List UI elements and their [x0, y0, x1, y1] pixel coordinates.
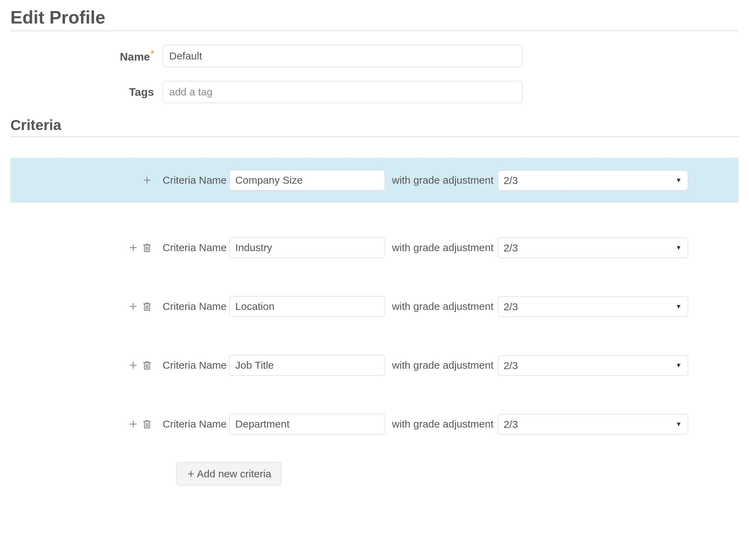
tags-row: Tags: [10, 81, 739, 103]
grade-select-wrapper: 2/3▼: [498, 414, 688, 434]
trash-icon[interactable]: [142, 419, 152, 429]
criteria-name-label: Criteria Name: [163, 418, 227, 430]
page-title: Edit Profile: [10, 7, 739, 28]
criteria-name-input[interactable]: [229, 355, 385, 376]
grade-select-wrapper: 2/3▼: [498, 170, 688, 191]
grade-adjust-label: with grade adjustment: [392, 242, 494, 254]
criteria-row-icons: [10, 242, 163, 253]
criteria-divider: [10, 136, 739, 137]
grade-select[interactable]: 2/3: [498, 355, 688, 376]
add-icon[interactable]: [128, 419, 138, 429]
grade-select[interactable]: 2/3: [498, 170, 688, 191]
required-star-icon: *: [151, 49, 154, 58]
name-label-text: Name: [120, 51, 150, 63]
add-icon[interactable]: [128, 242, 138, 253]
add-criteria-button[interactable]: Add new criteria: [176, 462, 281, 486]
grade-adjust-label: with grade adjustment: [392, 174, 494, 186]
grade-adjust-label: with grade adjustment: [392, 359, 494, 371]
grade-select-wrapper: 2/3▼: [498, 296, 688, 317]
criteria-name-input[interactable]: [229, 170, 385, 191]
criteria-row: Criteria Namewith grade adjustment2/3▼: [10, 227, 739, 268]
add-icon[interactable]: [142, 175, 152, 185]
trash-icon[interactable]: [142, 360, 152, 370]
criteria-row: Criteria Namewith grade adjustment2/3▼: [10, 403, 739, 445]
grade-select[interactable]: 2/3: [498, 238, 688, 258]
tags-label-text: Tags: [129, 86, 154, 98]
grade-adjust-label: with grade adjustment: [392, 301, 494, 312]
criteria-name-label: Criteria Name: [163, 174, 227, 186]
criteria-heading: Criteria: [10, 117, 739, 134]
grade-adjust-label: with grade adjustment: [392, 418, 494, 430]
criteria-row: Criteria Namewith grade adjustment2/3▼: [10, 286, 739, 327]
add-icon[interactable]: [128, 360, 138, 370]
criteria-name-input[interactable]: [229, 296, 385, 317]
add-criteria-row: Add new criteria: [10, 462, 739, 486]
criteria-name-label: Criteria Name: [163, 242, 227, 254]
grade-select-wrapper: 2/3▼: [498, 355, 688, 376]
grade-select[interactable]: 2/3: [498, 296, 688, 317]
trash-icon[interactable]: [142, 242, 152, 253]
add-criteria-label: Add new criteria: [197, 468, 271, 480]
tags-input[interactable]: [163, 81, 522, 103]
criteria-row-icons: [10, 301, 163, 312]
tags-label: Tags: [10, 86, 163, 99]
name-input[interactable]: [163, 45, 522, 67]
title-divider: [10, 30, 739, 31]
criteria-name-input[interactable]: [229, 414, 385, 434]
name-label: Name*: [10, 49, 163, 63]
grade-select-wrapper: 2/3▼: [498, 238, 688, 258]
criteria-name-label: Criteria Name: [163, 359, 227, 371]
name-row: Name*: [10, 45, 739, 67]
criteria-row-icons: [10, 360, 163, 370]
criteria-name-input[interactable]: [229, 237, 385, 258]
criteria-name-label: Criteria Name: [163, 301, 227, 312]
plus-icon: [186, 469, 195, 478]
criteria-row-icons: [10, 419, 163, 429]
add-icon[interactable]: [128, 301, 138, 312]
criteria-row: Criteria Namewith grade adjustment2/3▼: [10, 345, 739, 386]
criteria-row: Criteria Namewith grade adjustment2/3▼: [10, 158, 739, 203]
criteria-row-icons: [10, 175, 163, 185]
grade-select[interactable]: 2/3: [498, 414, 688, 434]
trash-icon[interactable]: [142, 301, 152, 312]
